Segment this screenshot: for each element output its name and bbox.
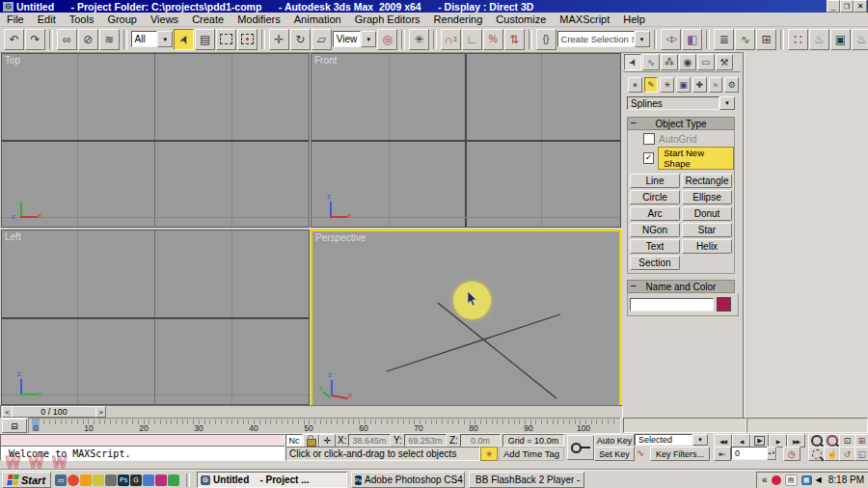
next-frame-arrow[interactable]: > bbox=[95, 406, 106, 418]
start-new-shape-checkbox[interactable]: ✓ bbox=[643, 152, 654, 164]
chevron-down-icon[interactable] bbox=[719, 96, 735, 110]
menu-customize[interactable]: Customize bbox=[489, 14, 553, 25]
viewport-perspective[interactable]: Perspective z x y bbox=[311, 230, 621, 407]
tray-keyboard-icon[interactable]: ▤ bbox=[785, 474, 798, 486]
mini-curve-editor-button[interactable]: ⊟ bbox=[2, 419, 27, 433]
track-bar-ruler[interactable]: 0 10 20 30 40 50 60 70 80 90 100 bbox=[28, 418, 621, 434]
transform-type-in-toggle[interactable]: ✛ bbox=[319, 434, 336, 447]
object-color-swatch[interactable] bbox=[717, 297, 731, 312]
select-and-scale-button[interactable]: ▱ bbox=[312, 29, 332, 50]
select-object-button[interactable]: ➤ bbox=[174, 29, 194, 50]
quicklaunch-icon[interactable] bbox=[155, 474, 167, 486]
add-time-tag-button[interactable]: Add Time Tag bbox=[499, 447, 564, 461]
quicklaunch-icon[interactable] bbox=[80, 474, 92, 486]
quicklaunch-photoshop-icon[interactable]: Ps bbox=[118, 474, 129, 486]
mirror-button[interactable]: ◁▷ bbox=[661, 29, 681, 50]
menu-group[interactable]: Group bbox=[100, 14, 144, 25]
category-geometry[interactable]: ● bbox=[628, 77, 642, 93]
task-button-photoshop[interactable]: Ps Adobe Photoshop CS4 Ex... bbox=[351, 472, 465, 488]
quicklaunch-icon[interactable] bbox=[93, 474, 104, 486]
zoom-button[interactable] bbox=[808, 434, 825, 447]
viewport-left-label[interactable]: Left bbox=[5, 231, 21, 242]
chevron-down-icon[interactable] bbox=[157, 31, 173, 47]
quicklaunch-icon[interactable] bbox=[105, 474, 117, 486]
tab-create[interactable]: ➤ bbox=[624, 54, 641, 70]
star-button[interactable]: Star bbox=[682, 223, 732, 237]
helix-button[interactable]: Helix bbox=[682, 239, 732, 254]
angle-snap-button[interactable]: ∟ bbox=[462, 29, 482, 50]
viewport-left[interactable]: Left z y bbox=[1, 230, 310, 405]
tab-utilities[interactable]: ⚒ bbox=[716, 54, 733, 70]
x-coordinate-field[interactable]: 38.645m bbox=[348, 434, 391, 447]
quick-render-button[interactable]: ♨ bbox=[852, 29, 868, 50]
unlink-selection-button[interactable]: ⊘ bbox=[78, 29, 98, 50]
quicklaunch-show-desktop-icon[interactable]: ▭ bbox=[55, 474, 67, 486]
menu-rendering[interactable]: Rendering bbox=[427, 14, 490, 25]
menu-edit[interactable]: Edit bbox=[31, 14, 63, 25]
section-button[interactable]: Section bbox=[630, 256, 680, 270]
restore-button[interactable]: ❐ bbox=[840, 0, 854, 13]
key-filter-curve-icon[interactable]: ∿ bbox=[637, 447, 644, 458]
schematic-view-button[interactable]: ⊞ bbox=[756, 29, 776, 50]
bind-to-space-warp-button[interactable]: ≋ bbox=[99, 29, 120, 50]
set-key-button[interactable]: Set Key bbox=[594, 447, 635, 461]
menu-views[interactable]: Views bbox=[144, 14, 185, 25]
snap-toggle-button[interactable]: ∩3 bbox=[441, 29, 461, 50]
undo-button[interactable]: ↶ bbox=[4, 29, 24, 50]
time-configuration-button[interactable]: ◷ bbox=[783, 447, 800, 461]
chevron-down-icon[interactable] bbox=[361, 31, 376, 47]
reference-coordinate-dropdown[interactable]: View bbox=[333, 31, 377, 47]
select-and-manipulate-button[interactable]: ✳ bbox=[409, 29, 429, 50]
quicklaunch-3dsmax-icon[interactable]: G bbox=[130, 474, 142, 486]
rendered-frame-window-button[interactable]: ▣ bbox=[830, 29, 851, 50]
go-to-start-button[interactable]: ◀◀ bbox=[714, 434, 732, 447]
object-type-rollout-header[interactable]: – Object Type bbox=[627, 117, 735, 130]
viewport-top-label[interactable]: Top bbox=[5, 55, 20, 66]
rectangle-button[interactable]: Rectangle bbox=[682, 174, 732, 188]
tray-recorder-icon[interactable] bbox=[772, 475, 781, 485]
maximize-viewport-toggle[interactable]: ◱ bbox=[854, 447, 868, 461]
ellipse-button[interactable]: Ellipse bbox=[682, 190, 732, 204]
menu-file[interactable]: File bbox=[0, 14, 31, 25]
viewport-front-label[interactable]: Front bbox=[314, 55, 337, 66]
tab-display[interactable]: ▭ bbox=[697, 54, 715, 70]
category-lights[interactable]: ☀ bbox=[660, 77, 674, 93]
auto-key-button[interactable]: Auto Key bbox=[594, 434, 635, 447]
next-frame-button[interactable]: ▶ bbox=[769, 434, 787, 447]
zoom-extents-all-button[interactable]: ⊞ bbox=[854, 434, 868, 447]
viewport-perspective-label[interactable]: Perspective bbox=[315, 232, 366, 243]
tray-volume-icon[interactable]: ◀ bbox=[816, 475, 822, 484]
y-coordinate-field[interactable]: 69.253m bbox=[404, 434, 447, 447]
circle-button[interactable]: Circle bbox=[630, 190, 680, 204]
selection-set-key-dropdown[interactable]: Selected bbox=[635, 434, 708, 446]
named-selection-set-dropdown[interactable]: Create Selection Set bbox=[557, 31, 650, 47]
time-slider-track[interactable]: < 0 / 100 > bbox=[0, 405, 623, 419]
ngon-button[interactable]: NGon bbox=[630, 223, 680, 237]
select-and-rotate-button[interactable]: ↻ bbox=[290, 29, 311, 50]
use-pivot-point-button[interactable]: ◎ bbox=[377, 29, 397, 50]
close-button[interactable]: ✕ bbox=[854, 0, 867, 13]
task-button-flashback[interactable]: BB FlashBack 2 Player - ... bbox=[469, 472, 584, 488]
key-mode-toggle[interactable]: ⇤ bbox=[714, 447, 731, 461]
menu-maxscript[interactable]: MAXScript bbox=[553, 14, 616, 25]
named-selection-sets-button[interactable]: {} bbox=[536, 29, 556, 50]
time-slider-grip[interactable]: 0 / 100 bbox=[12, 406, 96, 418]
menu-help[interactable]: Help bbox=[616, 14, 652, 25]
category-cameras[interactable]: ▣ bbox=[676, 77, 691, 93]
shape-category-dropdown[interactable]: Splines bbox=[627, 96, 735, 110]
quicklaunch-icon[interactable] bbox=[143, 474, 154, 486]
name-color-rollout-header[interactable]: – Name and Color bbox=[627, 280, 735, 293]
menu-tools[interactable]: Tools bbox=[63, 14, 101, 25]
menu-modifiers[interactable]: Modifiers bbox=[231, 14, 287, 25]
tray-network-icon[interactable]: ▦ bbox=[801, 475, 812, 485]
key-filters-button[interactable]: Key Filters... bbox=[650, 447, 710, 461]
pan-button[interactable]: ☝ bbox=[824, 447, 840, 461]
quicklaunch-icon[interactable] bbox=[168, 474, 179, 486]
chevron-down-icon[interactable] bbox=[692, 434, 708, 446]
donut-button[interactable]: Donut bbox=[682, 206, 732, 221]
adaptive-degradation-toggle[interactable]: ✳ bbox=[480, 447, 498, 461]
material-editor-button[interactable]: ∷ bbox=[788, 29, 808, 50]
tab-hierarchy[interactable]: ⁂ bbox=[661, 54, 678, 70]
align-button[interactable]: ◧ bbox=[682, 29, 702, 50]
percent-snap-button[interactable]: % bbox=[483, 29, 503, 50]
